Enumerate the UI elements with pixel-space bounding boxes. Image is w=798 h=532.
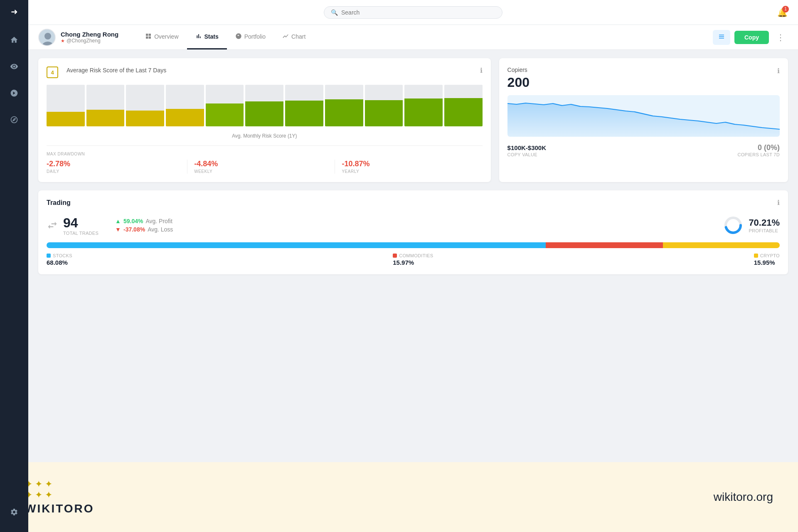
tab-chart[interactable]: Chart [274,25,314,49]
drawdown-values: -2.78% DAILY -4.84% WEEKLY -10.87% YEARL… [47,160,483,174]
tab-stats-label: Stats [204,33,219,40]
more-button[interactable]: ⋮ [773,31,788,44]
risk-bar-col [285,85,323,126]
crypto-label: CRYPTO [760,253,780,258]
drawdown-daily-label: DAILY [47,169,180,174]
profile-header: Chong Zheng Rong ★ @ChongZheng Overview … [28,25,798,50]
copy-button[interactable]: Copy [734,31,769,44]
drawdown-yearly: -10.87% YEARLY [342,160,482,174]
risk-bar-col [444,85,483,126]
stocks-pct: 68.08% [47,259,72,266]
profitable-pct: 70.21% [749,217,780,228]
commodities-dot [393,254,397,258]
sidebar: ➜ [0,0,28,532]
stocks-label: STOCKS [53,253,72,258]
watchlist-icon[interactable] [7,59,22,74]
avg-profit-label: Avg. Profit [145,218,172,224]
svg-point-1 [44,33,51,39]
risk-bar-col [245,85,283,126]
notification-bell[interactable]: 🔔 1 [775,5,790,20]
commodities-pct: 15.97% [393,259,433,266]
copy-value-section: $100K-$300K COPY VALUE [507,144,546,157]
trading-card: Trading ℹ 94 TOTAL TRADES ▲ 59.04% [38,190,788,274]
star-icon: ★ [61,38,65,44]
add-button[interactable] [713,30,730,45]
drawdown-daily-pct: -2.78% [47,160,180,168]
drawdown-weekly-pct: -4.84% [194,160,328,168]
copy-value-label: COPY VALUE [507,152,546,157]
up-arrow-icon: ▲ [115,218,121,224]
navigate-icon[interactable]: ➜ [11,7,18,17]
risk-bar-col [166,85,204,126]
risk-header: 4 Average Risk Score of the Last 7 Days … [47,66,483,78]
total-trades-label: TOTAL TRADES [63,231,99,236]
drawdown-section: MAX DRAWDOWN -2.78% DAILY -4.84% WEEKLY … [47,145,483,174]
risk-bar-col [126,85,164,126]
drawdown-weekly: -4.84% WEEKLY [194,160,335,174]
stocks-bar [47,242,546,248]
drawdown-weekly-label: WEEKLY [194,169,328,174]
settings-icon[interactable] [7,505,22,520]
risk-info-icon[interactable]: ℹ [480,66,483,74]
main-content: 4 Average Risk Score of the Last 7 Days … [28,50,798,462]
down-arrow-icon: ▼ [115,226,121,233]
copiers-last-label: COPIERS LAST 7D [738,152,780,157]
footer-logo-icon: ✦ ✦ ✦✦ ✦ ✦ [25,479,52,500]
trades-arrows-icon [47,219,58,231]
crypto-bar [663,242,780,248]
profile-name: Chong Zheng Rong [61,31,118,38]
tab-stats[interactable]: Stats [187,25,227,49]
copiers-card: Copiers ℹ 200 $100K-$ [499,58,788,182]
trading-stats: 94 TOTAL TRADES ▲ 59.04% Avg. Profit ▼ -… [47,215,780,236]
risk-score-card: 4 Average Risk Score of the Last 7 Days … [38,58,491,182]
tab-portfolio[interactable]: Portfolio [227,25,274,49]
drawdown-yearly-label: YEARLY [342,169,475,174]
copiers-count: 200 [507,75,780,90]
avg-loss-row: ▼ -37.08% Avg. Loss [115,226,173,233]
avg-profit-pct: 59.04% [123,218,143,224]
risk-title: Average Risk Score of the Last 7 Days [66,66,166,75]
tab-overview[interactable]: Overview [137,25,187,49]
portfolio-icon[interactable] [7,86,22,101]
copiers-info-icon[interactable]: ℹ [777,67,780,75]
profile-username: ★ @ChongZheng [61,38,118,44]
stocks-label-item: STOCKS 68.08% [47,253,72,266]
copiers-footer: $100K-$300K COPY VALUE 0 (0%) COPIERS LA… [507,143,780,157]
footer-url: wikitoro.org [714,490,773,504]
profitable-label: PROFITABLE [749,228,780,233]
nav-tabs: Overview Stats Portfolio Chart [137,25,314,49]
notification-badge: 1 [782,6,789,12]
copiers-chart [507,95,780,137]
trading-info-icon[interactable]: ℹ [777,199,780,207]
header-actions: Copy ⋮ [713,30,788,45]
overview-icon [145,33,152,41]
drawdown-daily: -2.78% DAILY [47,160,187,174]
home-icon[interactable] [7,32,22,47]
drawdown-label: MAX DRAWDOWN [47,152,483,156]
avatar [38,29,56,46]
commodities-label-name: COMMODITIES [393,253,433,258]
trading-header: Trading ℹ [47,199,780,207]
copy-value-range: $100K-$300K [507,144,546,151]
profit-loss-group: ▲ 59.04% Avg. Profit ▼ -37.08% Avg. Loss [115,218,173,233]
search-box[interactable]: 🔍 [324,6,502,19]
search-icon: 🔍 [331,9,338,16]
donut-group: 70.21% PROFITABLE [723,215,780,236]
crypto-dot [754,254,758,258]
search-input[interactable] [341,9,495,16]
footer-brand: WIKITORO [25,502,94,515]
discover-icon[interactable] [7,112,22,127]
portfolio-tab-icon [235,33,242,41]
risk-bar-col [365,85,403,126]
cards-row: 4 Average Risk Score of the Last 7 Days … [38,58,788,182]
copiers-last-num: 0 (0%) [738,143,780,152]
chart-icon [282,33,289,41]
distribution-labels: STOCKS 68.08% COMMODITIES 15.97% CRYPTO … [47,253,780,266]
monthly-label: Avg. Monthly Risk Score (1Y) [47,133,483,139]
crypto-pct: 15.95% [754,259,780,266]
footer: ✦ ✦ ✦✦ ✦ ✦ WIKITORO wikitoro.org [0,462,798,532]
trading-title: Trading [47,199,71,207]
profile-info: Chong Zheng Rong ★ @ChongZheng [61,31,118,44]
risk-badge: 4 [47,66,58,78]
risk-bar-col [86,85,125,126]
